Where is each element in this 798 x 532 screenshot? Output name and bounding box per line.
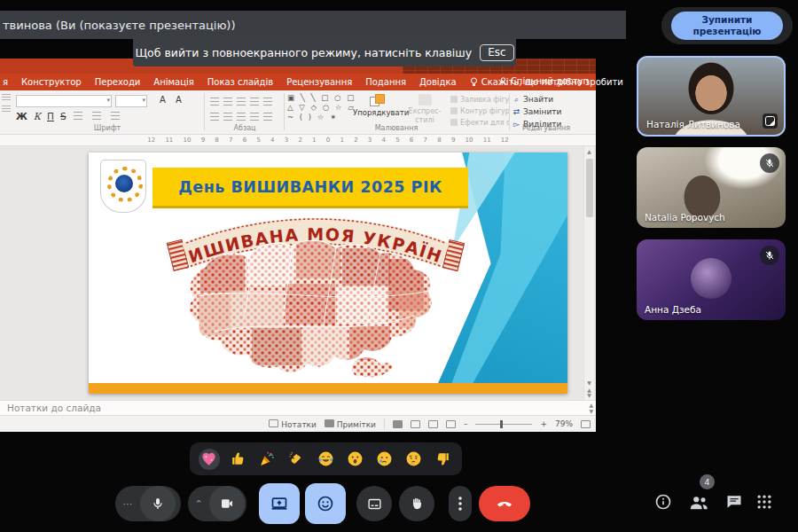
phone-hangup-icon (496, 495, 513, 512)
slide-nav-arrows[interactable]: ▲▼ (584, 387, 594, 398)
zoom-level[interactable]: 79% (555, 419, 573, 428)
slide-bottom-bar (89, 383, 567, 394)
mic-options-icon[interactable]: ⋯ (115, 498, 140, 510)
paragraph-group-label: Абзац (207, 124, 282, 132)
participant-name: Наталія Литвинова (646, 119, 740, 129)
tab-animations[interactable]: Анімація (153, 77, 193, 87)
thumbs-up-emoji[interactable] (228, 449, 249, 470)
font-size-dropdown[interactable] (115, 95, 147, 107)
strikethrough-button[interactable]: S (60, 111, 66, 121)
statusbar-notes-button[interactable]: Нотатки (269, 419, 316, 429)
change-case-button[interactable] (91, 110, 104, 120)
quick-styles-button[interactable]: Експрес-стилі (404, 94, 445, 125)
replace-button[interactable]: ⇄Замінити (512, 106, 561, 118)
present-button[interactable] (259, 483, 300, 524)
ribbon-left-icons[interactable] (2, 94, 12, 117)
smiley-icon (317, 495, 334, 512)
meeting-details-button[interactable] (654, 493, 672, 514)
notes-resize-arrows[interactable]: ▲▼ (589, 402, 593, 414)
tab-transitions[interactable]: Переходи (95, 77, 141, 87)
presenter-label: твинова (Ви (показуєте презентацію)) (0, 19, 236, 32)
zoom-in-button[interactable]: + (540, 419, 547, 428)
notes-placeholder: Нотатки до слайда (7, 403, 101, 413)
statusbar-comments-button[interactable]: Примітки (325, 419, 376, 429)
tab-design[interactable]: Конструктор (21, 77, 82, 87)
participant-tile-2[interactable]: Natalia Popovych (637, 147, 786, 228)
underline-button[interactable]: П (47, 111, 54, 121)
reading-view-button[interactable] (428, 420, 438, 428)
mic-muted-icon (760, 153, 779, 173)
slide[interactable]: День ВИШИВАНКИ 2025 РІК (89, 153, 567, 394)
scroll-up-arrow[interactable]: ▲ (584, 148, 594, 154)
surprised-face-emoji[interactable] (345, 449, 366, 470)
quick-styles-icon (419, 94, 432, 106)
more-options-button[interactable] (449, 486, 472, 521)
find-button[interactable]: ⌕Знайти (512, 93, 561, 106)
slideshow-button[interactable] (446, 420, 456, 428)
tab-view[interactable]: Подання (365, 77, 406, 87)
tab-help[interactable]: Довідка (419, 77, 457, 87)
lightbulb-icon (470, 77, 478, 87)
bold-button[interactable]: Ж (16, 111, 27, 121)
scroll-down-arrow[interactable]: ▼ (584, 379, 594, 386)
paragraph-align-buttons[interactable] (209, 111, 273, 121)
slide-sorter-view-button[interactable] (411, 420, 420, 428)
font-grow-shrink-buttons[interactable]: А А (160, 95, 185, 105)
party-popper-emoji[interactable] (257, 449, 278, 470)
font-color-button[interactable] (110, 110, 122, 120)
chat-icon (725, 493, 743, 511)
crying-face-emoji[interactable] (374, 449, 395, 470)
tab-review[interactable]: Рецензування (286, 77, 352, 87)
ppt-statusbar: Нотатки Примітки – + 79% (0, 415, 596, 432)
picture-in-picture-icon[interactable] (763, 113, 778, 129)
person-icon (499, 77, 507, 86)
clapping-hands-emoji[interactable] (286, 449, 308, 470)
apps-button[interactable] (755, 493, 773, 514)
shapes-gallery[interactable]: ▣ ╲ ╲ □ ○ □ △ ▽ ◇ ○ ☆ ▱ ~ ( ) ☆ ✶ (287, 93, 351, 122)
esc-toast-text: Щоб вийти з повноекранного режиму, натис… (135, 46, 472, 59)
paragraph-list-buttons[interactable] (209, 96, 273, 106)
participant-name: Natalia Popovych (645, 212, 725, 223)
people-icon (688, 493, 709, 511)
scrollbar-thumb[interactable] (586, 159, 593, 217)
participant-tile-1[interactable]: Наталія Литвинова (637, 56, 786, 137)
zoom-slider-thumb[interactable] (500, 420, 503, 428)
mic-control[interactable]: ⋯ (115, 486, 181, 521)
replace-icon: ⇄ (512, 106, 520, 118)
end-call-button[interactable] (479, 486, 530, 521)
stop-presenting-container: Зупинитипрезентацію (661, 7, 793, 44)
fit-to-window-button[interactable] (581, 420, 591, 428)
chat-button[interactable] (725, 493, 743, 514)
camera-options-icon[interactable]: ⌃ (188, 498, 209, 510)
slide-scrollbar[interactable]: ▲ ▼ ▲▼ (583, 146, 594, 400)
thumbs-down-emoji[interactable] (433, 449, 454, 470)
stop-presenting-button[interactable]: Зупинитипрезентацію (671, 12, 783, 40)
participant-tile-3[interactable]: Анна Дзеба (637, 239, 786, 320)
tab-slideshow[interactable]: Показ слайдів (207, 77, 273, 87)
participants-button[interactable] (688, 493, 709, 514)
normal-view-button[interactable] (393, 420, 403, 428)
shape-outline-button[interactable]: Контур фігури (450, 106, 509, 117)
face-with-tears-of-joy-emoji[interactable] (316, 449, 337, 470)
zoom-out-button[interactable]: – (464, 419, 468, 428)
raise-hand-button[interactable] (399, 486, 434, 521)
captions-button[interactable] (356, 486, 392, 521)
camera-control[interactable]: ⌃ (188, 486, 246, 521)
drawing-group-label: Малювання (286, 124, 507, 132)
font-name-dropdown[interactable] (16, 95, 112, 107)
arrange-button[interactable]: Упорядкувати (353, 94, 401, 117)
shape-fill-button[interactable]: Заливка фігури (450, 94, 509, 106)
italic-button[interactable]: К (34, 111, 41, 121)
zoom-slider[interactable] (475, 424, 532, 425)
notes-pane[interactable]: Нотатки до слайда ▲▼ (0, 400, 596, 415)
ppt-ruler[interactable]: 12 11 10 9 8 7 6 5 4 3 2 1 0 1 2 3 4 5 6… (0, 135, 596, 146)
camera-button[interactable] (209, 486, 245, 521)
share-button[interactable]: Спільний доступ (499, 76, 589, 86)
powerpoint-window: я Конструктор Переходи Анімація Показ сл… (0, 59, 596, 432)
mic-button[interactable] (140, 486, 176, 521)
char-spacing-button[interactable] (73, 110, 85, 120)
reactions-button[interactable] (305, 483, 346, 524)
sparkling-heart-emoji[interactable] (199, 449, 220, 470)
thinking-face-emoji[interactable] (403, 449, 425, 470)
tab-fragment[interactable]: я (3, 77, 8, 87)
